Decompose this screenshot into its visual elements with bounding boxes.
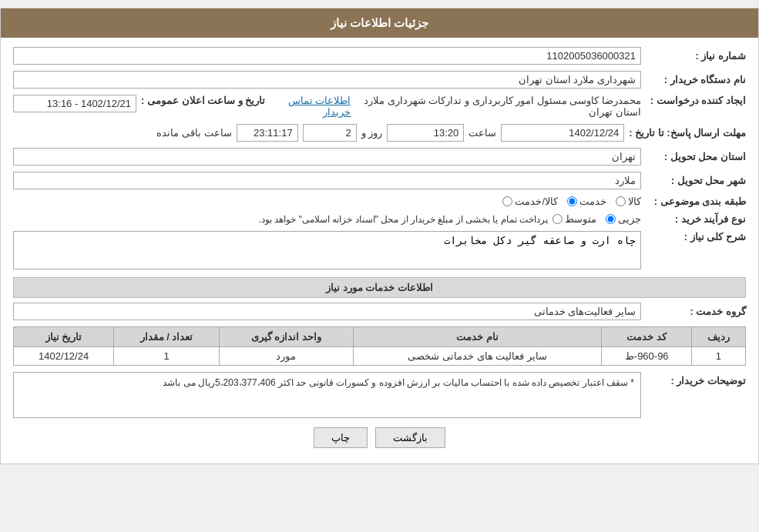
cell-date: 1402/12/24 bbox=[14, 347, 114, 366]
buyer-org-label: نام دستگاه خریدار : bbox=[646, 74, 746, 85]
service-group-label: گروه خدمت : bbox=[646, 306, 746, 317]
table-row: 1 960-96-ط سایر فعالیت های خدماتی شخصی م… bbox=[14, 347, 746, 366]
purchase-radio-motavasset[interactable] bbox=[552, 214, 563, 224]
col-qty: تعداد / مقدار bbox=[114, 327, 220, 347]
services-section-header: اطلاعات خدمات مورد نیاز bbox=[13, 277, 746, 298]
deadline-days-label: روز و bbox=[361, 127, 383, 139]
province-label: استان محل تحویل : bbox=[646, 151, 746, 162]
purchase-option-jozii-label: جزیی bbox=[618, 213, 641, 225]
page-title: جزئیات اطلاعات نیاز bbox=[1, 8, 758, 38]
purchase-note: پرداخت تمام یا بخشی از مبلغ خریدار از مح… bbox=[259, 214, 548, 225]
deadline-date: 1402/12/24 bbox=[501, 124, 624, 142]
category-option-kala[interactable]: کالا bbox=[616, 196, 641, 207]
back-button[interactable]: بازگشت bbox=[375, 427, 445, 448]
cell-row: 1 bbox=[691, 347, 745, 366]
col-unit: واحد اندازه گیری bbox=[219, 327, 353, 347]
footer-buttons: بازگشت چاپ bbox=[13, 427, 746, 448]
cell-code: 960-96-ط bbox=[602, 347, 691, 366]
city-value: ملارد bbox=[13, 172, 641, 189]
purchase-type-label: نوع فرآیند خرید : bbox=[646, 213, 746, 225]
cell-name: سایر فعالیت های خدماتی شخصی bbox=[353, 347, 602, 366]
deadline-remaining: 23:11:17 bbox=[237, 124, 298, 142]
deadline-remaining-label: ساعت باقی مانده bbox=[156, 127, 231, 139]
announcement-value: 1402/12/21 - 13:16 bbox=[13, 95, 136, 112]
announcement-label: تاریخ و ساعت اعلان عمومی : bbox=[141, 95, 265, 106]
category-option-kala-khedmat-label: کالا/خدمت bbox=[515, 196, 558, 207]
category-radio-kala-khedmat[interactable] bbox=[502, 196, 512, 206]
cell-qty: 1 bbox=[114, 347, 220, 366]
deadline-label: مهلت ارسال پاسخ: تا تاریخ : bbox=[629, 127, 746, 139]
city-label: شهر محل تحویل : bbox=[646, 175, 746, 186]
deadline-time: 13:20 bbox=[387, 124, 464, 142]
purchase-option-jozii[interactable]: جزیی bbox=[606, 213, 641, 225]
category-option-kala-label: کالا bbox=[628, 196, 641, 207]
category-label: طبقه بندی موضوعی : bbox=[646, 196, 746, 207]
description-label: شرح کلی نیاز : bbox=[646, 231, 746, 243]
deadline-time-label: ساعت bbox=[468, 127, 496, 139]
col-name: نام خدمت bbox=[353, 327, 602, 347]
category-radio-khedmat[interactable] bbox=[567, 196, 577, 206]
purchase-radio-jozii[interactable] bbox=[606, 214, 616, 224]
creator-label: ایجاد کننده درخواست : bbox=[646, 95, 746, 106]
description-textarea[interactable] bbox=[13, 231, 641, 269]
purchase-option-motavasset[interactable]: متوسط bbox=[552, 213, 596, 225]
province-value: تهران bbox=[13, 148, 641, 166]
service-group-value: سایر فعالیت‌های خدماتی bbox=[13, 303, 641, 320]
col-row: ردیف bbox=[691, 327, 745, 347]
creator-contact-link[interactable]: اطلاعات تماس خریدار bbox=[270, 95, 351, 118]
cell-unit: مورد bbox=[219, 347, 353, 366]
buyer-notes-value: * سقف اعتبار تخصیص داده شده با احتساب ما… bbox=[13, 372, 641, 418]
print-button[interactable]: چاپ bbox=[314, 427, 368, 448]
deadline-days: 2 bbox=[303, 124, 357, 142]
purchase-type-radio-group: متوسط جزیی bbox=[552, 213, 641, 225]
col-date: تاریخ نیاز bbox=[14, 327, 114, 347]
need-number-value: 1102005036000321 bbox=[13, 47, 641, 65]
col-code: کد خدمت bbox=[602, 327, 691, 347]
category-option-khedmat[interactable]: خدمت bbox=[567, 196, 606, 207]
buyer-notes-label: توضیحات خریدار : bbox=[646, 372, 746, 386]
category-option-kala-khedmat[interactable]: کالا/خدمت bbox=[502, 196, 558, 207]
creator-value: محمدرضا کاوسی مسئول امور کاربرداری و تدا… bbox=[354, 95, 641, 118]
services-table: ردیف کد خدمت نام خدمت واحد اندازه گیری ت… bbox=[13, 326, 746, 366]
need-number-label: شماره نیاز : bbox=[646, 50, 746, 62]
category-option-khedmat-label: خدمت bbox=[579, 196, 606, 207]
category-radio-group: کالا/خدمت خدمت کالا bbox=[502, 196, 641, 207]
category-radio-kala[interactable] bbox=[616, 196, 626, 206]
purchase-option-motavasset-label: متوسط bbox=[565, 213, 596, 225]
buyer-org-value: شهرداری ملارد استان تهران bbox=[13, 71, 641, 89]
